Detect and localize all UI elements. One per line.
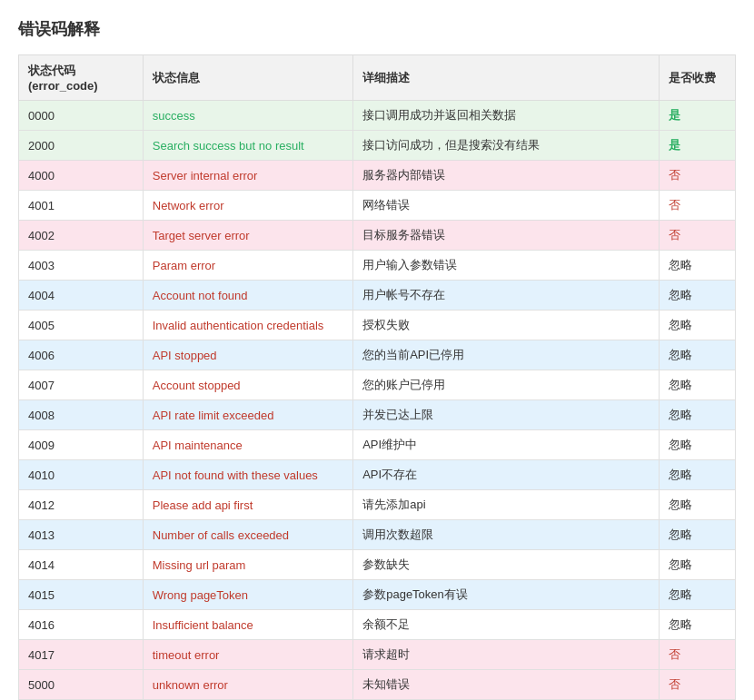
cell-description: 用户帐号不存在 (353, 281, 660, 311)
table-row: 4013Number of calls exceeded调用次数超限忽略 (19, 520, 736, 550)
cell-charge: 否 (659, 191, 735, 221)
cell-code: 4004 (19, 281, 144, 311)
cell-status: Insufficient balance (143, 610, 352, 640)
cell-description: 目标服务器错误 (353, 221, 660, 251)
cell-description: 参数pageToken有误 (353, 580, 660, 610)
cell-description: 请先添加api (353, 490, 660, 520)
cell-description: API不存在 (353, 460, 660, 490)
cell-status: Param error (143, 251, 352, 281)
cell-code: 4016 (19, 610, 144, 640)
cell-code: 4000 (19, 161, 144, 191)
cell-description: 未知错误 (353, 670, 660, 700)
header-status: 状态信息 (143, 55, 352, 101)
cell-code: 4008 (19, 400, 144, 430)
page-title: 错误码解释 (18, 18, 736, 40)
cell-charge: 忽略 (659, 610, 735, 640)
cell-status: Wrong pageToken (143, 580, 352, 610)
cell-code: 4015 (19, 580, 144, 610)
cell-description: 授权失败 (353, 311, 660, 340)
cell-status: API stopped (143, 340, 352, 370)
header-description: 详细描述 (353, 55, 660, 101)
cell-charge: 忽略 (659, 580, 735, 610)
table-row: 4017timeout error请求超时否 (19, 640, 736, 670)
cell-description: 网络错误 (353, 191, 660, 221)
cell-code: 4010 (19, 460, 144, 490)
cell-description: 调用次数超限 (353, 520, 660, 550)
cell-charge: 忽略 (659, 550, 735, 580)
table-row: 4015Wrong pageToken参数pageToken有误忽略 (19, 580, 736, 610)
table-row: 4001Network error网络错误否 (19, 191, 736, 221)
cell-code: 0000 (19, 101, 144, 131)
cell-description: 接口访问成功，但是搜索没有结果 (353, 131, 660, 161)
cell-status: Number of calls exceeded (143, 520, 352, 550)
table-row: 4004Account not found用户帐号不存在忽略 (19, 281, 736, 311)
cell-charge: 否 (659, 161, 735, 191)
cell-code: 4003 (19, 251, 144, 281)
cell-charge: 是 (659, 131, 735, 161)
table-row: 4008API rate limit exceeded并发已达上限忽略 (19, 400, 736, 430)
cell-charge: 是 (659, 101, 735, 131)
table-row: 4010API not found with these valuesAPI不存… (19, 460, 736, 490)
cell-code: 4014 (19, 550, 144, 580)
cell-code: 4017 (19, 640, 144, 670)
cell-charge: 忽略 (659, 490, 735, 520)
table-header: 状态代码(error_code) 状态信息 详细描述 是否收费 (19, 55, 736, 101)
cell-status: Network error (143, 191, 352, 221)
cell-code: 4005 (19, 311, 144, 340)
cell-code: 4012 (19, 490, 144, 520)
cell-status: API rate limit exceeded (143, 400, 352, 430)
cell-charge: 忽略 (659, 460, 735, 490)
cell-code: 4007 (19, 370, 144, 400)
cell-status: API not found with these values (143, 460, 352, 490)
cell-charge: 否 (659, 640, 735, 670)
cell-code: 4001 (19, 191, 144, 221)
header-charge: 是否收费 (659, 55, 735, 101)
table-row: 5000unknown error未知错误否 (19, 670, 736, 700)
table-row: 0000success接口调用成功并返回相关数据是 (19, 101, 736, 131)
cell-code: 2000 (19, 131, 144, 161)
cell-code: 5000 (19, 670, 144, 700)
cell-charge: 忽略 (659, 340, 735, 370)
table-row: 4002Target server error目标服务器错误否 (19, 221, 736, 251)
cell-charge: 忽略 (659, 400, 735, 430)
cell-description: 您的当前API已停用 (353, 340, 660, 370)
table-row: 4006API stopped您的当前API已停用忽略 (19, 340, 736, 370)
cell-description: 接口调用成功并返回相关数据 (353, 101, 660, 131)
cell-charge: 忽略 (659, 430, 735, 460)
cell-status: Account stopped (143, 370, 352, 400)
cell-code: 4006 (19, 340, 144, 370)
cell-charge: 忽略 (659, 251, 735, 281)
table-row: 2000Search success but no result接口访问成功，但… (19, 131, 736, 161)
cell-charge: 忽略 (659, 370, 735, 400)
cell-description: 请求超时 (353, 640, 660, 670)
header-code: 状态代码(error_code) (19, 55, 144, 101)
cell-description: 并发已达上限 (353, 400, 660, 430)
table-row: 4005Invalid authentication credentials授权… (19, 311, 736, 340)
cell-description: 您的账户已停用 (353, 370, 660, 400)
table-row: 4007Account stopped您的账户已停用忽略 (19, 370, 736, 400)
cell-charge: 忽略 (659, 520, 735, 550)
cell-description: API维护中 (353, 430, 660, 460)
cell-charge: 否 (659, 670, 735, 700)
cell-status: Account not found (143, 281, 352, 311)
cell-status: Missing url param (143, 550, 352, 580)
cell-charge: 忽略 (659, 311, 735, 340)
cell-status: Invalid authentication credentials (143, 311, 352, 340)
cell-code: 4013 (19, 520, 144, 550)
cell-status: timeout error (143, 640, 352, 670)
cell-description: 服务器内部错误 (353, 161, 660, 191)
cell-code: 4009 (19, 430, 144, 460)
cell-status: Server internal error (143, 161, 352, 191)
cell-code: 4002 (19, 221, 144, 251)
cell-charge: 忽略 (659, 281, 735, 311)
cell-status: success (143, 101, 352, 131)
table-row: 4014Missing url param参数缺失忽略 (19, 550, 736, 580)
cell-status: Target server error (143, 221, 352, 251)
table-body: 0000success接口调用成功并返回相关数据是2000Search succ… (19, 101, 736, 700)
error-code-table: 状态代码(error_code) 状态信息 详细描述 是否收费 0000succ… (18, 54, 736, 700)
cell-status: Please add api first (143, 490, 352, 520)
cell-charge: 否 (659, 221, 735, 251)
cell-status: Search success but no result (143, 131, 352, 161)
cell-status: unknown error (143, 670, 352, 700)
cell-description: 参数缺失 (353, 550, 660, 580)
